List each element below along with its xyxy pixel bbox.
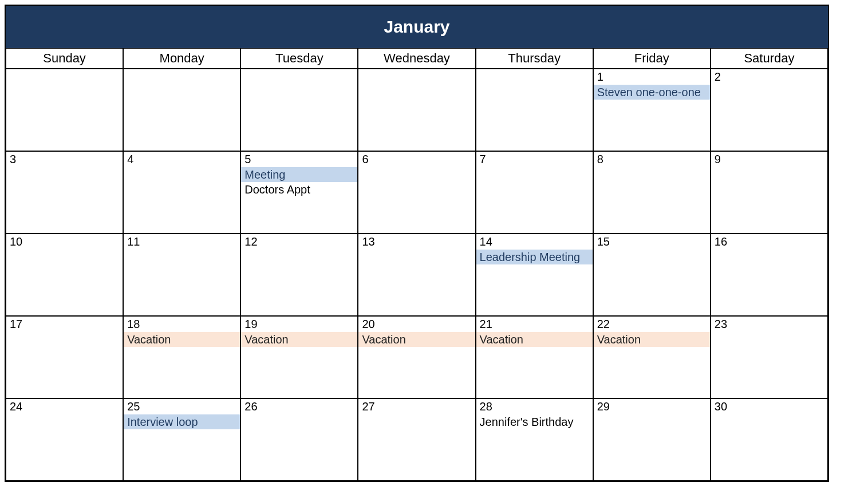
day-headers-row: Sunday Monday Tuesday Wednesday Thursday… <box>6 48 828 69</box>
day-number: 22 <box>594 317 710 332</box>
calendar-grid: 1Steven one-one-one2345MeetingDoctors Ap… <box>6 69 828 481</box>
day-cell[interactable]: 10 <box>6 234 123 316</box>
day-cell[interactable]: 4 <box>123 151 240 234</box>
calendar-week: 1011121314Leadership Meeting1516 <box>6 234 828 316</box>
day-number: 19 <box>241 317 357 332</box>
day-cell[interactable]: 20Vacation <box>358 316 475 398</box>
day-number: 2 <box>711 69 827 85</box>
day-header-sunday: Sunday <box>6 48 123 69</box>
day-number: 15 <box>594 234 710 250</box>
day-header-monday: Monday <box>123 48 240 69</box>
calendar-event[interactable]: Vacation <box>241 332 357 347</box>
month-header: January <box>6 6 828 48</box>
day-cell[interactable]: 3 <box>6 151 123 234</box>
day-number: 6 <box>358 152 475 167</box>
day-cell[interactable]: 23 <box>711 316 828 398</box>
day-number: 30 <box>711 399 827 414</box>
day-cell[interactable]: 13 <box>358 234 475 316</box>
day-number: 8 <box>594 152 710 167</box>
calendar-event[interactable]: Vacation <box>594 332 710 347</box>
calendar-event[interactable]: Jennifer's Birthday <box>476 414 593 429</box>
calendar-event[interactable]: Meeting <box>241 167 357 182</box>
day-number: 17 <box>6 317 123 332</box>
calendar-event[interactable]: Vacation <box>358 332 475 347</box>
day-cell[interactable] <box>123 69 240 151</box>
day-number: 3 <box>6 152 123 167</box>
day-number: 26 <box>241 399 357 414</box>
day-number: 12 <box>241 234 357 250</box>
day-number: 10 <box>6 234 123 250</box>
calendar-event[interactable]: Leadership Meeting <box>476 250 593 264</box>
day-cell[interactable]: 17 <box>6 316 123 398</box>
day-number: 25 <box>124 399 240 414</box>
day-cell[interactable]: 18Vacation <box>123 316 240 398</box>
day-number: 13 <box>358 234 475 250</box>
calendar-event[interactable]: Steven one-one-one <box>594 85 710 100</box>
calendar-week: 345MeetingDoctors Appt6789 <box>6 151 828 234</box>
day-cell[interactable]: 14Leadership Meeting <box>476 234 593 316</box>
calendar-event[interactable]: Interview loop <box>124 414 240 429</box>
day-cell[interactable] <box>240 69 358 151</box>
day-cell[interactable] <box>6 69 123 151</box>
day-cell[interactable]: 15 <box>593 234 711 316</box>
calendar-week: 1718Vacation19Vacation20Vacation21Vacati… <box>6 316 828 398</box>
day-number: 28 <box>476 399 593 414</box>
day-number: 11 <box>124 234 240 250</box>
day-header-tuesday: Tuesday <box>240 48 358 69</box>
day-cell[interactable]: 24 <box>6 398 123 481</box>
day-number: 18 <box>124 317 240 332</box>
day-number: 7 <box>476 152 593 167</box>
day-cell[interactable]: 12 <box>240 234 358 316</box>
day-cell[interactable]: 19Vacation <box>240 316 358 398</box>
day-header-wednesday: Wednesday <box>358 48 475 69</box>
day-number: 23 <box>711 317 827 332</box>
day-cell[interactable]: 26 <box>240 398 358 481</box>
day-cell[interactable]: 22Vacation <box>593 316 711 398</box>
day-number: 16 <box>711 234 827 250</box>
day-cell[interactable] <box>476 69 593 151</box>
day-number: 14 <box>476 234 593 250</box>
day-cell[interactable]: 27 <box>358 398 475 481</box>
day-number: 21 <box>476 317 593 332</box>
day-cell[interactable]: 11 <box>123 234 240 316</box>
day-cell[interactable]: 16 <box>711 234 828 316</box>
day-number: 4 <box>124 152 240 167</box>
day-header-thursday: Thursday <box>476 48 593 69</box>
day-cell[interactable]: 1Steven one-one-one <box>593 69 711 151</box>
calendar-event[interactable]: Vacation <box>476 332 593 347</box>
day-number: 20 <box>358 317 475 332</box>
day-cell[interactable]: 7 <box>476 151 593 234</box>
calendar-week: 1Steven one-one-one2 <box>6 69 828 151</box>
day-number: 29 <box>594 399 710 414</box>
day-cell[interactable]: 6 <box>358 151 475 234</box>
day-cell[interactable]: 21Vacation <box>476 316 593 398</box>
day-number: 27 <box>358 399 475 414</box>
calendar: January Sunday Monday Tuesday Wednesday … <box>5 5 829 482</box>
day-cell[interactable]: 29 <box>593 398 711 481</box>
calendar-week: 2425Interview loop262728Jennifer's Birth… <box>6 398 828 481</box>
day-cell[interactable]: 8 <box>593 151 711 234</box>
day-cell[interactable]: 25Interview loop <box>123 398 240 481</box>
day-cell[interactable]: 2 <box>711 69 828 151</box>
day-cell[interactable]: 30 <box>711 398 828 481</box>
day-header-friday: Friday <box>593 48 711 69</box>
day-cell[interactable]: 9 <box>711 151 828 234</box>
day-cell[interactable] <box>358 69 475 151</box>
calendar-event[interactable]: Vacation <box>124 332 240 347</box>
day-cell[interactable]: 5MeetingDoctors Appt <box>240 151 358 234</box>
day-cell[interactable]: 28Jennifer's Birthday <box>476 398 593 481</box>
day-header-saturday: Saturday <box>711 48 828 69</box>
day-number: 9 <box>711 152 827 167</box>
day-number: 24 <box>6 399 123 414</box>
day-number: 1 <box>594 69 710 85</box>
calendar-event[interactable]: Doctors Appt <box>241 182 357 197</box>
day-number: 5 <box>241 152 357 167</box>
